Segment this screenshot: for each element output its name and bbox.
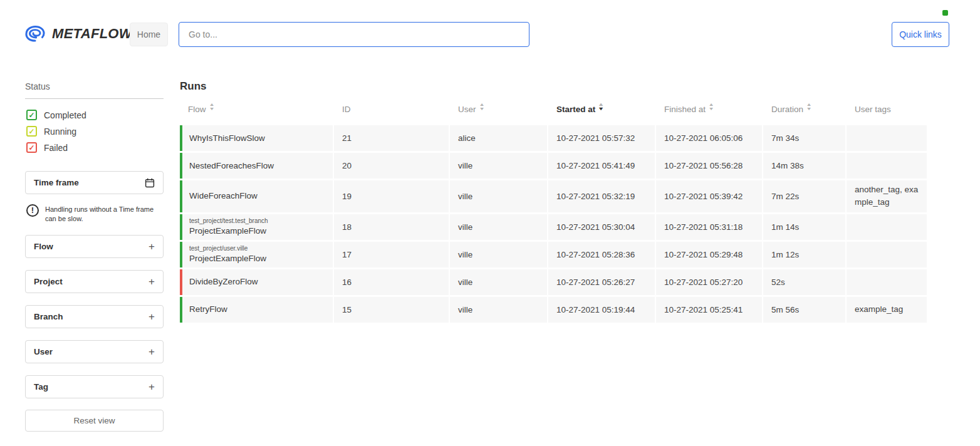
quick-links-button[interactable]: Quick links	[892, 22, 949, 47]
user-tags-cell	[847, 242, 927, 267]
user-cell: ville	[450, 297, 547, 323]
sort-desc-arrow: ▾	[807, 109, 811, 113]
sort-icon: ▴▾	[600, 105, 602, 113]
column-header-finished-at[interactable]: Finished at▴▾	[656, 105, 762, 114]
filter-section-label: Tag	[34, 382, 48, 392]
flow-name: WhyIsThisFlowSlow	[189, 133, 325, 144]
runs-table-header: Flow▴▾IDUser▴▾Started at▴▾Finished at▴▾D…	[180, 93, 919, 125]
plus-icon: +	[149, 241, 155, 252]
user-cell: ville	[450, 269, 547, 295]
table-row[interactable]: test_project/user.villeProjectExampleFlo…	[180, 242, 919, 267]
filter-section-flow[interactable]: Flow+	[25, 235, 164, 258]
sort-desc-arrow: ▾	[480, 109, 484, 113]
column-header-label: Finished at	[664, 105, 706, 114]
column-header-started-at[interactable]: Started at▴▾	[548, 105, 655, 114]
user-cell: alice	[450, 125, 547, 151]
user-tags-cell: example_tag	[847, 297, 927, 323]
column-header-label: Started at	[556, 105, 595, 114]
table-row[interactable]: RetryFlow15ville10-27-2021 05:19:4410-27…	[180, 297, 919, 323]
started-at-cell: 10-27-2021 05:57:32	[548, 125, 655, 151]
table-row[interactable]: WhyIsThisFlowSlow21alice10-27-2021 05:57…	[180, 125, 919, 151]
flow-cell: WhyIsThisFlowSlow	[180, 125, 333, 151]
sort-desc-arrow: ▾	[210, 109, 214, 113]
status-filter-completed[interactable]: ✓Completed	[26, 110, 164, 120]
column-header-duration[interactable]: Duration▴▾	[763, 105, 845, 114]
user-tags-cell: another_tag, example_tag	[847, 180, 927, 212]
flow-cell: test_project/test.test_branchProjectExam…	[180, 214, 333, 240]
id-cell: 21	[334, 125, 449, 151]
user-cell: ville	[450, 214, 547, 240]
flow-name: ProjectExampleFlow	[189, 226, 325, 237]
finished-at-cell: 10-27-2021 05:56:28	[656, 153, 762, 179]
reset-view-button[interactable]: Reset view	[25, 410, 164, 432]
column-header-label: Duration	[771, 105, 803, 114]
started-at-cell: 10-27-2021 05:41:49	[548, 153, 655, 179]
column-header-label: User	[458, 105, 476, 114]
home-button[interactable]: Home	[130, 23, 168, 46]
id-cell: 20	[334, 153, 449, 179]
status-filter-list: ✓Completed✓Running✓Failed	[25, 99, 164, 165]
finished-at-cell: 10-27-2021 05:29:48	[656, 242, 762, 267]
column-header-user-tags: User tags	[847, 105, 927, 114]
user-cell: ville	[450, 180, 547, 212]
plus-icon: +	[149, 311, 155, 322]
checkbox-completed-checked[interactable]: ✓	[26, 110, 37, 120]
sort-icon: ▴▾	[710, 105, 712, 113]
duration-cell: 7m 34s	[763, 125, 845, 151]
id-cell: 19	[334, 180, 449, 212]
column-header-label: User tags	[855, 105, 891, 114]
id-cell: 17	[334, 242, 449, 267]
runs-table-body: WhyIsThisFlowSlow21alice10-27-2021 05:57…	[180, 125, 919, 323]
column-header-user[interactable]: User▴▾	[450, 105, 547, 114]
status-filter-failed[interactable]: ✓Failed	[26, 142, 164, 153]
finished-at-cell: 10-27-2021 06:05:06	[656, 125, 762, 151]
column-header-flow[interactable]: Flow▴▾	[180, 105, 333, 114]
user-tags-cell	[847, 214, 927, 240]
warning-text: Handling runs without a Time frame can b…	[45, 204, 164, 224]
checkbox-running-checked[interactable]: ✓	[26, 126, 37, 137]
table-row[interactable]: DivideByZeroFlow16ville10-27-2021 05:26:…	[180, 269, 919, 295]
metaflow-logo-icon	[24, 23, 46, 44]
goto-input[interactable]	[179, 22, 529, 47]
status-filter-label: Running	[44, 127, 76, 137]
finished-at-cell: 10-27-2021 05:27:20	[656, 269, 762, 295]
logo-wordmark: METAFLOW	[52, 26, 132, 42]
filter-section-branch[interactable]: Branch+	[25, 305, 164, 328]
plus-icon: +	[149, 346, 155, 357]
filter-section-tag[interactable]: Tag+	[25, 375, 164, 398]
sort-icon: ▴▾	[481, 105, 483, 113]
status-filter-running[interactable]: ✓Running	[26, 126, 164, 137]
metaflow-logo[interactable]: METAFLOW	[24, 23, 132, 44]
sort-icon: ▴▾	[211, 105, 213, 113]
time-frame-warning: ! Handling runs without a Time frame can…	[26, 204, 164, 224]
user-cell: ville	[450, 153, 547, 179]
filter-sidebar: Status ✓Completed✓Running✓Failed Time fr…	[25, 81, 164, 432]
warning-icon: !	[26, 204, 39, 217]
finished-at-cell: 10-27-2021 05:39:42	[656, 180, 762, 212]
checkbox-failed-checked[interactable]: ✓	[26, 142, 37, 153]
sort-desc-arrow: ▾	[599, 109, 603, 113]
user-tags-cell	[847, 153, 927, 179]
flow-cell: NestedForeachesFlow	[180, 153, 333, 179]
table-row[interactable]: test_project/test.test_branchProjectExam…	[180, 214, 919, 240]
started-at-cell: 10-27-2021 05:30:04	[548, 214, 655, 240]
sort-desc-arrow: ▾	[709, 109, 713, 113]
duration-cell: 1m 12s	[763, 242, 845, 267]
flow-cell: test_project/user.villeProjectExampleFlo…	[180, 242, 333, 267]
started-at-cell: 10-27-2021 05:19:44	[548, 297, 655, 323]
finished-at-cell: 10-27-2021 05:31:18	[656, 214, 762, 240]
table-row[interactable]: NestedForeachesFlow20ville10-27-2021 05:…	[180, 153, 919, 179]
started-at-cell: 10-27-2021 05:26:27	[548, 269, 655, 295]
duration-cell: 1m 14s	[763, 214, 845, 240]
time-frame-label: Time frame	[34, 178, 79, 187]
duration-cell: 7m 22s	[763, 180, 845, 212]
time-frame-selector[interactable]: Time frame	[25, 171, 164, 194]
filter-section-user[interactable]: User+	[25, 340, 164, 363]
table-row[interactable]: WideForeachFlow19ville10-27-2021 05:32:1…	[180, 180, 919, 212]
id-cell: 16	[334, 269, 449, 295]
filter-section-label: Project	[34, 277, 63, 286]
filter-section-project[interactable]: Project+	[25, 270, 164, 293]
runs-panel: Runs Flow▴▾IDUser▴▾Started at▴▾Finished …	[180, 80, 919, 324]
started-at-cell: 10-27-2021 05:32:19	[548, 180, 655, 212]
duration-cell: 5m 56s	[763, 297, 845, 323]
